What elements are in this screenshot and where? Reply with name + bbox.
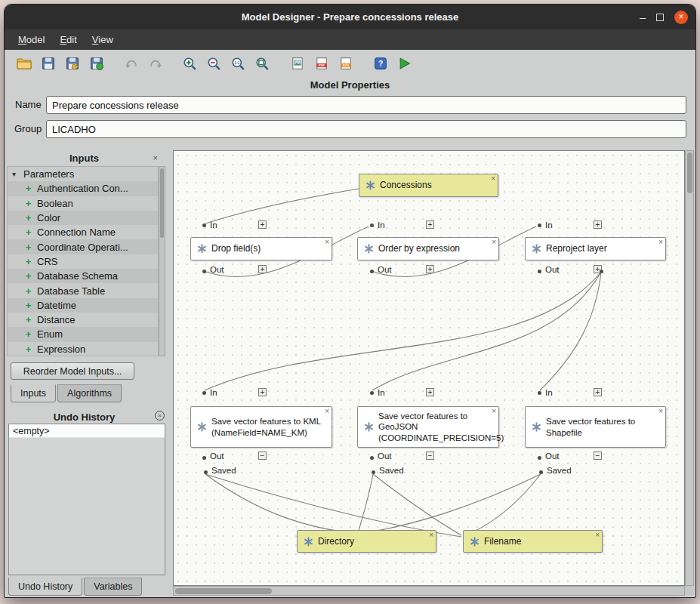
run-model-button[interactable] xyxy=(394,54,415,74)
save-model-button[interactable] xyxy=(38,54,58,74)
delete-node-icon[interactable]: × xyxy=(429,531,433,539)
expand-inputs-button[interactable]: + xyxy=(258,388,267,396)
tab-variables[interactable]: Variables xyxy=(84,578,142,596)
redo-button[interactable] xyxy=(145,54,165,74)
edit-model-help-button[interactable]: ? xyxy=(370,54,390,74)
in-socket-dot[interactable] xyxy=(538,223,541,227)
saved-socket-dot[interactable] xyxy=(372,470,375,474)
undo-button[interactable] xyxy=(121,54,141,74)
export-as-image-button[interactable] xyxy=(287,54,307,74)
collapse-outputs-button[interactable]: − xyxy=(258,451,267,460)
model-name-input[interactable] xyxy=(46,96,686,114)
canvas-surface[interactable]: Concessions × In + In + In + Drop field(… xyxy=(173,150,685,586)
delete-node-icon[interactable]: × xyxy=(658,407,663,415)
delete-node-icon[interactable]: × xyxy=(595,531,600,539)
tree-item-parameters[interactable]: ▾ Parameters xyxy=(8,167,158,181)
expander-icon[interactable]: ▾ xyxy=(12,170,20,178)
tree-item-coordinate-operation[interactable]: +Coordinate Operati... xyxy=(8,239,158,254)
tree-item-database-table[interactable]: +Database Table xyxy=(8,283,158,297)
expand-inputs-button[interactable]: + xyxy=(426,388,434,396)
delete-node-icon[interactable]: × xyxy=(491,174,495,183)
scrollbar-thumb[interactable] xyxy=(687,153,692,193)
saved-socket-dot[interactable] xyxy=(539,470,543,474)
out-socket-dot[interactable] xyxy=(538,270,541,273)
node-save-geojson[interactable]: Save vector features to GeoJSON (COORDIN… xyxy=(357,406,499,448)
node-filename[interactable]: Filename × xyxy=(463,530,603,553)
out-socket-dot[interactable] xyxy=(202,270,206,273)
delete-node-icon[interactable]: × xyxy=(658,238,663,246)
node-concessions[interactable]: Concessions × xyxy=(359,174,498,197)
open-model-button[interactable] xyxy=(14,54,34,74)
delete-node-icon[interactable]: × xyxy=(325,238,329,246)
in-socket-dot[interactable] xyxy=(538,391,541,395)
node-reproject-layer[interactable]: Reproject layer × xyxy=(525,237,666,260)
tree-item-authentication[interactable]: +Authentication Con... xyxy=(8,181,158,196)
tree-item-distance[interactable]: +Distance xyxy=(8,313,158,327)
titlebar[interactable]: Model Designer - Prepare concessions rel… xyxy=(5,5,695,29)
canvas-horizontal-scrollbar[interactable] xyxy=(173,586,685,596)
undo-history-list[interactable]: <empty> xyxy=(8,424,165,575)
tree-item-boolean[interactable]: +Boolean xyxy=(8,196,158,211)
node-order-by-expression[interactable]: Order by expression × xyxy=(357,237,499,260)
tab-inputs[interactable]: Inputs xyxy=(11,384,56,402)
menu-model[interactable]: Model xyxy=(11,31,52,48)
tree-item-crs[interactable]: +CRS xyxy=(8,254,158,269)
expand-inputs-button[interactable]: + xyxy=(258,220,267,229)
expand-inputs-button[interactable]: + xyxy=(594,220,602,229)
expand-inputs-button[interactable]: + xyxy=(426,220,434,229)
delete-node-icon[interactable]: × xyxy=(492,238,496,246)
canvas-vertical-scrollbar[interactable] xyxy=(685,150,694,586)
node-save-shapefile[interactable]: Save vector features to Shapefile × xyxy=(525,406,666,448)
tree-item-color[interactable]: +Color xyxy=(8,211,158,225)
expand-inputs-button[interactable]: + xyxy=(594,388,602,396)
save-model-as-button[interactable] xyxy=(62,54,82,74)
tree-item-connection-name[interactable]: +Connection Name xyxy=(8,225,158,239)
export-as-svg-button[interactable]: SVG xyxy=(335,54,356,74)
out-socket-dot[interactable] xyxy=(202,456,206,460)
in-socket-dot[interactable] xyxy=(370,391,374,395)
out-socket-dot[interactable] xyxy=(370,456,374,460)
zoom-actual-size-button[interactable]: 1:1 xyxy=(228,54,248,74)
collapse-outputs-button[interactable]: − xyxy=(426,451,434,460)
node-directory[interactable]: Directory × xyxy=(297,530,436,553)
reorder-model-inputs-button[interactable]: Reorder Model Inputs... xyxy=(11,362,134,380)
out-socket-dot[interactable] xyxy=(538,456,541,460)
out-socket-dot[interactable] xyxy=(600,270,603,273)
zoom-full-button[interactable] xyxy=(252,54,273,74)
saved-socket-dot[interactable] xyxy=(204,470,208,474)
tree-item-datetime[interactable]: +Datetime xyxy=(8,298,158,313)
zoom-in-button[interactable] xyxy=(180,54,200,74)
inputs-tree-scrollbar[interactable] xyxy=(159,166,165,356)
collapse-outputs-button[interactable]: − xyxy=(594,451,602,460)
in-socket-dot[interactable] xyxy=(370,223,374,227)
zoom-out-button[interactable] xyxy=(204,54,224,74)
tree-item-expression[interactable]: +Expression xyxy=(8,342,158,356)
tab-algorithms[interactable]: Algorithms xyxy=(57,384,122,402)
scrollbar-thumb[interactable] xyxy=(160,168,164,238)
expand-outputs-button[interactable]: + xyxy=(426,265,434,273)
delete-node-icon[interactable]: × xyxy=(325,407,329,415)
inputs-panel-close-icon[interactable]: × xyxy=(153,154,158,162)
in-socket-dot[interactable] xyxy=(202,391,206,395)
expand-outputs-button[interactable]: + xyxy=(258,265,267,273)
save-model-in-project-button[interactable] xyxy=(86,54,106,74)
close-button[interactable]: × xyxy=(674,11,688,24)
menu-edit[interactable]: Edit xyxy=(52,31,84,48)
undo-history-empty-item[interactable]: <empty> xyxy=(9,424,165,438)
tree-item-enum[interactable]: +Enum xyxy=(8,327,158,341)
scrollbar-thumb[interactable] xyxy=(175,588,272,594)
node-save-kml[interactable]: Save vector features to KML (NameField=N… xyxy=(190,406,332,448)
minimize-button[interactable]: – xyxy=(640,14,646,21)
model-group-input[interactable] xyxy=(46,120,686,138)
delete-node-icon[interactable]: × xyxy=(492,407,496,415)
out-socket-dot[interactable] xyxy=(370,270,374,273)
in-socket-dot[interactable] xyxy=(202,223,206,227)
export-as-pdf-button[interactable]: PDF xyxy=(311,54,331,74)
maximize-button[interactable] xyxy=(656,14,664,21)
node-drop-fields[interactable]: Drop field(s) × xyxy=(190,237,332,260)
tree-item-database-schema[interactable]: +Database Schema xyxy=(8,269,158,283)
undo-history-close-icon[interactable]: × xyxy=(155,411,165,421)
tab-undo-history[interactable]: Undo History xyxy=(8,578,82,596)
menu-view[interactable]: View xyxy=(85,31,121,48)
out-socket-label: Out xyxy=(378,451,392,461)
